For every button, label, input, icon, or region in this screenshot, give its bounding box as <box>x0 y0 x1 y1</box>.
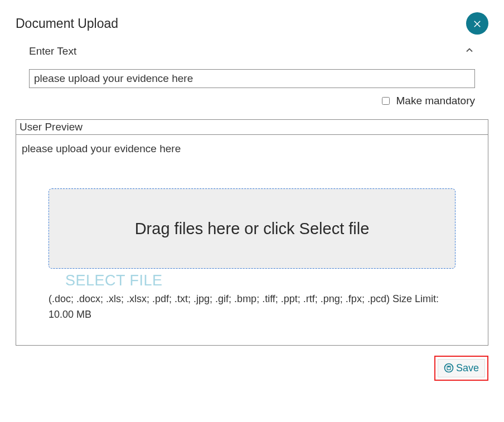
section-title: Enter Text <box>29 45 76 57</box>
dialog-footer: Save <box>16 356 488 381</box>
filetypes-text: (.doc; .docx; .xls; .xlsx; .pdf; .txt; .… <box>49 292 455 323</box>
save-label: Save <box>456 362 479 374</box>
close-icon <box>472 18 482 28</box>
preview-header: User Preview <box>16 120 488 135</box>
mandatory-row: Make mandatory <box>16 95 488 119</box>
select-file-button[interactable]: SELECT FILE <box>65 272 482 289</box>
section-header[interactable]: Enter Text <box>16 45 488 69</box>
dropzone-text: Drag files here or click Select file <box>135 220 370 238</box>
mandatory-label: Make mandatory <box>396 95 475 107</box>
close-button[interactable] <box>466 12 488 35</box>
save-icon <box>444 363 454 373</box>
save-highlight: Save <box>434 356 488 381</box>
chevron-up-icon <box>464 45 475 58</box>
file-dropzone[interactable]: Drag files here or click Select file <box>49 188 455 269</box>
instruction-input[interactable] <box>29 69 475 88</box>
dialog-header: Document Upload <box>16 12 488 35</box>
page-title: Document Upload <box>16 16 118 31</box>
preview-instruction: please upload your evidence here <box>22 143 482 155</box>
preview-panel: User Preview please upload your evidence… <box>16 119 488 346</box>
svg-rect-2 <box>448 366 449 367</box>
svg-point-0 <box>444 364 453 372</box>
save-button[interactable]: Save <box>438 359 485 377</box>
mandatory-checkbox[interactable] <box>382 97 390 105</box>
text-input-row <box>16 69 488 95</box>
preview-body: please upload your evidence here Drag fi… <box>16 135 488 345</box>
